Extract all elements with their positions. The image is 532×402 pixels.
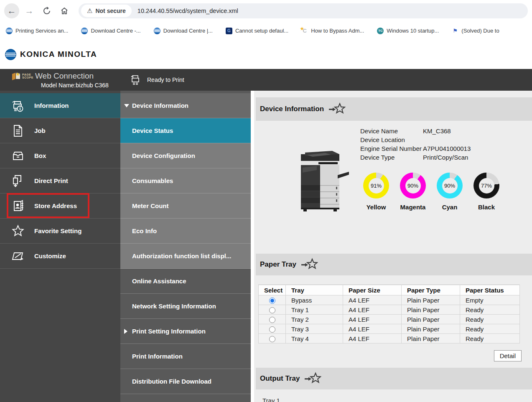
device-field-row: Device Name KM_C368 [360,127,500,135]
sidebar-item-box[interactable]: Box [0,143,120,168]
menu-consumables[interactable]: Consumables [120,168,251,193]
column-header: Select [259,285,286,295]
bookmark-item[interactable]: TC Windows 10 startup... [377,28,439,34]
primary-sidebar: Information Job Box [0,91,120,402]
tray-radio[interactable] [269,326,275,333]
model-name: Model Name:bizhub C368 [41,82,122,89]
tray-radio[interactable] [269,307,275,313]
table-row-bypass: Bypass A4 LEF Plain Paper Empty [259,295,520,305]
content-panel: Device Information [254,91,532,402]
field-label: Device Name [360,127,423,135]
favorite-star-arrow-icon[interactable] [305,372,321,385]
tray-radio[interactable] [269,298,275,304]
device-details: Device Name KM_C368 Device Location Engi… [360,127,500,212]
reload-icon[interactable] [39,3,54,18]
toner-donut: 90% [437,173,463,198]
cell-type: Plain Paper [402,324,460,334]
menu-distribution-file-download[interactable]: Distribution File Download [120,369,251,394]
toner-name: Yellow [367,204,386,211]
column-header: Paper Type [402,285,460,295]
bookmark-label: Download Centre -... [91,28,140,34]
menu-eco-info[interactable]: Eco Info [120,219,251,244]
cell-size: A4 LEF [343,315,402,324]
favorite-star-arrow-icon[interactable] [329,102,346,116]
cell-size: A4 LEF [343,295,402,305]
output-tray-header: Output Tray [256,368,532,389]
bookmark-label: How to Bypass Adm... [311,28,364,34]
sidebar-item-customize[interactable]: Customize [0,244,120,269]
bookmark-item[interactable]: C How to Bypass Adm... [301,28,364,34]
favorite-star-arrow-icon[interactable] [301,258,318,271]
menu-device-information[interactable]: Device Information [120,93,251,118]
menu-label: Meter Count [132,202,169,209]
tray-radio[interactable] [269,336,275,342]
screenshot-page: ← → ⚠ Not secure 10.244.40.55/wcd/system… [0,0,532,402]
sidebar-item-job[interactable]: Job [0,118,120,143]
field-label: Engine Serial Number [360,145,423,152]
device-field-row: Device Type Print/Copy/Scan [360,153,500,162]
url-text[interactable]: 10.244.40.55/wcd/system_device.xml [137,8,238,14]
menu-content-divider [251,91,254,402]
menu-authorization-function-list[interactable]: Authorization function list displ... [120,244,251,269]
menu-label: Online Assistance [132,277,186,285]
device-field-row: Device Location [360,135,500,144]
menu-network-setting-information[interactable]: Network Setting Information [120,294,251,319]
job-document-icon [11,124,25,138]
menu-meter-count[interactable]: Meter Count [120,193,251,219]
crest-favicon: G [226,28,232,34]
detail-button[interactable]: Detail [494,350,522,361]
bookmark-label: Download Centre |... [163,28,213,34]
toner-name: Magenta [400,204,426,211]
sidebar-label: Information [34,102,69,109]
menu-print-information[interactable]: Print Information [120,344,251,369]
home-icon[interactable] [57,3,72,18]
konica-minolta-globe-icon [5,49,16,60]
chevron-right-icon [124,329,127,334]
reload-glyph [43,7,51,15]
menu-print-setting-information[interactable]: Print Setting Information [120,319,251,344]
favorite-star-icon [11,224,25,238]
toner-gauges: 91% Yellow 90% Magenta [363,173,500,211]
tc-favicon: TC [377,28,384,34]
bookmark-item[interactable]: Download Centre -... [81,28,140,34]
toner-donut-hole: 90% [442,178,458,193]
tray-radio[interactable] [269,317,275,323]
menu-online-assistance[interactable]: Online Assistance [120,269,251,294]
toner-donut: 91% [363,173,389,198]
cell-size: A4 LEF [343,334,402,343]
direct-print-icon [11,174,25,188]
security-chip[interactable]: ⚠ Not secure [81,5,132,17]
pagescope-logo: PAGE SCOPE Web Connection [12,71,122,81]
bookmark-item[interactable]: ⚑ (Solved) Due to [452,28,499,34]
menu-label: Distribution File Download [132,378,211,385]
menu-device-status[interactable]: Device Status [120,118,251,143]
sidebar-label: Store Address [34,202,77,209]
sidebar-item-store-address[interactable]: Store Address [0,193,120,219]
bookmark-item[interactable]: Download Centre |... [154,28,213,34]
toner-gauge-yellow: 91% Yellow [363,173,389,211]
address-bar[interactable]: ⚠ Not secure 10.244.40.55/wcd/system_dev… [79,3,528,18]
sidebar-item-information[interactable]: Information [0,93,120,118]
bookmark-label: Printing Services an... [15,28,68,34]
sidebar-label: Direct Print [34,177,68,184]
bookmark-label: Cannot setup defaul... [235,28,288,34]
back-icon[interactable]: ← [4,3,19,18]
warning-icon: ⚠ [87,7,92,15]
column-header: Tray [286,285,343,295]
menu-label: Print Setting Information [132,328,206,335]
toner-percent: 90% [407,183,418,189]
section-title: Device Information [260,105,324,113]
cell-status: Ready [460,334,520,343]
cell-tray: Tray 1 [286,305,343,315]
menu-device-configuration[interactable]: Device Configuration [120,143,251,168]
cell-type: Plain Paper [402,334,460,343]
printer-ready-icon [130,74,142,86]
sidebar-item-favorite-setting[interactable]: Favorite Setting [0,219,120,244]
detail-button-row: Detail [254,350,522,361]
forward-icon[interactable]: → [22,3,37,18]
bookmark-item[interactable]: G Cannot setup defaul... [226,28,288,34]
cell-status: Empty [460,295,520,305]
menu-item-clipped [120,394,251,399]
sidebar-item-direct-print[interactable]: Direct Print [0,168,120,193]
bookmark-item[interactable]: Printing Services an... [6,28,68,34]
